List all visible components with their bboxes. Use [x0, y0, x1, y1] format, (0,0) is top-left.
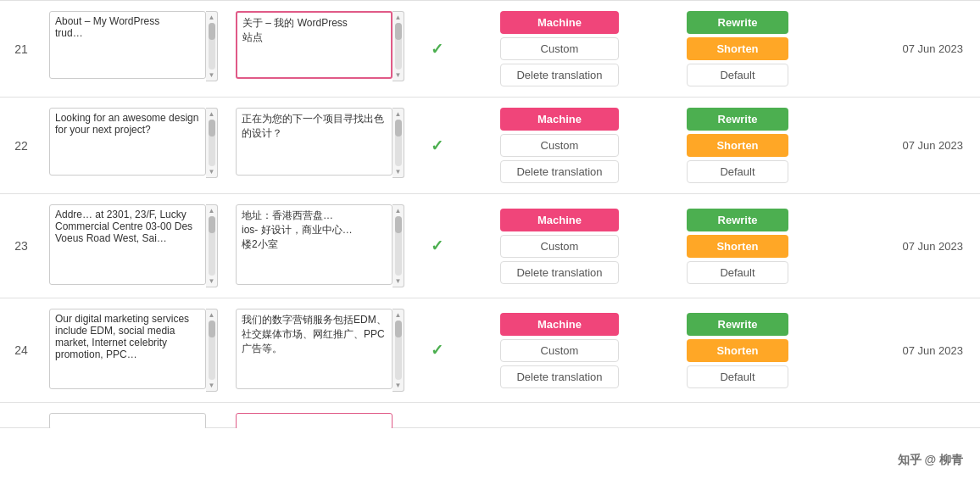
check-icon: ✓ — [431, 341, 443, 360]
scroll-down-arrow[interactable]: ▼ — [209, 277, 215, 285]
original-text-cell: Addre… at 2301, 23/F, Lucky Commercial C… — [42, 204, 229, 287]
custom-button[interactable]: Custom — [500, 37, 619, 60]
scroll-up-arrow[interactable]: ▲ — [395, 311, 402, 319]
table-row: 24 Our digital marketing services includ… — [0, 298, 980, 403]
delete-translation-button[interactable]: Delete translation — [500, 160, 619, 183]
translation-text-cell: 正在为您的下一个项目寻找出色的设计？ ▲ ▼ — [229, 108, 415, 183]
machine-button[interactable]: Machine — [500, 108, 619, 131]
scroll-down-arrow[interactable]: ▼ — [395, 71, 402, 79]
right-action-group: Rewrite Shorten Default — [661, 309, 814, 392]
rewrite-button[interactable]: Rewrite — [687, 108, 788, 131]
shorten-button[interactable]: Shorten — [687, 134, 788, 157]
original-text-cell: About – My WordPress trud… ▲ ▼ — [42, 11, 229, 86]
check-cell: ✓ — [415, 309, 458, 392]
scroll-up-arrow[interactable]: ▲ — [209, 110, 215, 118]
original-text-cell: Our digital marketing services include E… — [42, 309, 229, 392]
shorten-button[interactable]: Shorten — [687, 37, 788, 60]
translation-textarea[interactable]: 地址：香港西营盘… ios- 好设计，商业中心… 楼2小室 — [236, 204, 393, 285]
check-icon: ✓ — [431, 40, 443, 59]
scrollbar[interactable]: ▲ ▼ — [393, 108, 404, 178]
scroll-down-arrow[interactable]: ▼ — [395, 168, 402, 176]
scrollbar[interactable]: ▲ ▼ — [206, 204, 218, 287]
scrollbar[interactable]: ▲ ▼ — [206, 108, 218, 178]
translation-textarea[interactable]: 关于 – 我的 WordPress 站点 — [236, 11, 393, 79]
delete-translation-button[interactable]: Delete translation — [500, 261, 619, 284]
translation-text-cell: 我们的数字营销服务包括EDM、社交媒体市场、网红推广、PPC广告等。 ▲ ▼ — [229, 309, 415, 392]
rewrite-button[interactable]: Rewrite — [687, 209, 788, 231]
right-action-group: Rewrite Shorten Default — [661, 11, 814, 86]
left-action-group: Machine Custom Delete translation — [458, 309, 661, 392]
scroll-down-arrow[interactable]: ▼ — [209, 71, 215, 79]
scroll-up-arrow[interactable]: ▲ — [209, 207, 215, 215]
date-cell: 07 Jun 2023 — [814, 309, 980, 392]
original-textarea[interactable]: About – My WordPress trud… — [49, 11, 206, 79]
check-cell: ✓ — [415, 11, 458, 86]
scroll-up-arrow[interactable]: ▲ — [395, 207, 402, 215]
check-cell: ✓ — [415, 108, 458, 183]
default-button[interactable]: Default — [687, 64, 788, 86]
table-row — [0, 403, 980, 428]
translation-table: 21 About – My WordPress trud… ▲ ▼ 关于 – 我… — [0, 0, 980, 428]
machine-button[interactable]: Machine — [500, 313, 619, 336]
date-cell: 07 Jun 2023 — [814, 108, 980, 183]
scroll-down-arrow[interactable]: ▼ — [209, 382, 215, 389]
custom-button[interactable]: Custom — [500, 235, 619, 258]
left-action-group: Machine Custom Delete translation — [458, 11, 661, 86]
date-cell: 07 Jun 2023 — [814, 11, 980, 86]
original-textarea[interactable]: Looking for an awesome design for your n… — [49, 108, 206, 176]
row-number: 23 — [0, 204, 42, 287]
shorten-button[interactable]: Shorten — [687, 339, 788, 362]
right-action-group: Rewrite Shorten Default — [661, 108, 814, 183]
original-text-cell — [42, 413, 229, 417]
right-action-group: Rewrite Shorten Default — [661, 204, 814, 287]
translation-textarea[interactable]: 我们的数字营销服务包括EDM、社交媒体市场、网红推广、PPC广告等。 — [236, 309, 393, 389]
check-icon: ✓ — [431, 137, 443, 155]
scrollbar[interactable]: ▲ ▼ — [393, 11, 404, 81]
shorten-button[interactable]: Shorten — [687, 235, 788, 258]
check-cell: ✓ — [415, 204, 458, 287]
scroll-down-arrow[interactable]: ▼ — [209, 168, 215, 176]
translation-text-cell: 关于 – 我的 WordPress 站点 ▲ ▼ — [229, 11, 415, 86]
date-cell: 07 Jun 2023 — [814, 204, 980, 287]
translation-text-cell — [229, 413, 415, 417]
machine-button[interactable]: Machine — [500, 209, 619, 231]
rewrite-button[interactable]: Rewrite — [687, 11, 788, 34]
scroll-up-arrow[interactable]: ▲ — [209, 14, 215, 21]
check-icon: ✓ — [431, 237, 443, 255]
default-button[interactable]: Default — [687, 160, 788, 183]
rewrite-button[interactable]: Rewrite — [687, 313, 788, 336]
original-textarea[interactable]: Our digital marketing services include E… — [49, 309, 206, 389]
scrollbar[interactable]: ▲ ▼ — [206, 11, 218, 81]
scroll-down-arrow[interactable]: ▼ — [395, 382, 402, 389]
left-action-group: Machine Custom Delete translation — [458, 204, 661, 287]
scrollbar[interactable]: ▲ ▼ — [393, 204, 404, 287]
scroll-up-arrow[interactable]: ▲ — [209, 311, 215, 319]
original-textarea[interactable]: Addre… at 2301, 23/F, Lucky Commercial C… — [49, 204, 206, 285]
scrollbar[interactable]: ▲ ▼ — [206, 309, 218, 392]
machine-button[interactable]: Machine — [500, 11, 619, 34]
scroll-up-arrow[interactable]: ▲ — [395, 110, 402, 118]
row-number: 24 — [0, 309, 42, 392]
table-row: 22 Looking for an awesome design for you… — [0, 98, 980, 194]
custom-button[interactable]: Custom — [500, 339, 619, 362]
translation-textarea[interactable]: 正在为您的下一个项目寻找出色的设计？ — [236, 108, 393, 176]
row-number — [0, 413, 42, 417]
row-number: 21 — [0, 11, 42, 86]
left-action-group: Machine Custom Delete translation — [458, 108, 661, 183]
translation-text-cell: 地址：香港西营盘… ios- 好设计，商业中心… 楼2小室 ▲ ▼ — [229, 204, 415, 287]
row-number: 22 — [0, 108, 42, 183]
custom-button[interactable]: Custom — [500, 134, 619, 157]
scrollbar[interactable]: ▲ ▼ — [393, 309, 404, 392]
table-row: 23 Addre… at 2301, 23/F, Lucky Commercia… — [0, 194, 980, 298]
original-text-cell: Looking for an awesome design for your n… — [42, 108, 229, 183]
scroll-down-arrow[interactable]: ▼ — [395, 277, 402, 285]
delete-translation-button[interactable]: Delete translation — [500, 365, 619, 388]
default-button[interactable]: Default — [687, 261, 788, 284]
default-button[interactable]: Default — [687, 365, 788, 388]
delete-translation-button[interactable]: Delete translation — [500, 64, 619, 86]
scroll-up-arrow[interactable]: ▲ — [395, 14, 402, 21]
table-row: 21 About – My WordPress trud… ▲ ▼ 关于 – 我… — [0, 0, 980, 98]
